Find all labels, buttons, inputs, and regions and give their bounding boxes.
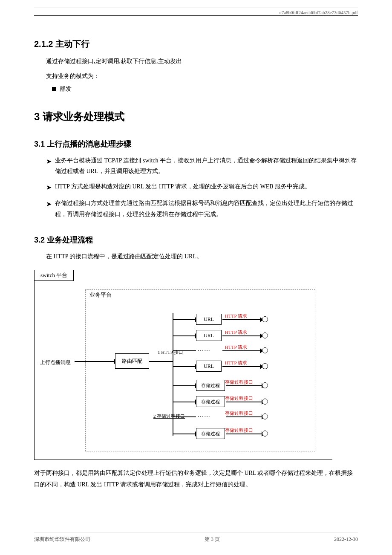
line-router-split	[149, 361, 173, 362]
diagram-area: 业务平台 上行点播消息 路由匹配 1 HTTP	[34, 281, 332, 460]
arrow-item-3: ➤ 存储过程接口方式处理首先通过路由匹配算法根据目标号码和消息内容匹配查找，定位…	[46, 198, 358, 219]
section-212-para2: 支持业务的模式为：	[34, 71, 358, 82]
http-label-4: HTTP 请求	[225, 360, 247, 366]
store-iface-label-2: 存储过程接口	[225, 395, 253, 402]
store-box-4: 存储过程	[196, 428, 225, 439]
hline-dots2	[173, 416, 196, 417]
router-box: 路由匹配	[115, 353, 149, 369]
top-divider	[34, 15, 358, 16]
hline-http2	[222, 335, 261, 336]
arrow-sym-2: ➤	[46, 182, 52, 194]
uplink-label: 上行点播消息	[40, 359, 71, 366]
section-32-para1: 在 HTTP 的接口流程中，是通过路由匹配定位处理的 URL。	[34, 251, 358, 263]
store-iface-label-1: 存储过程接口	[225, 379, 253, 385]
footer-company: 深圳市绚华软件有限公司	[34, 536, 90, 543]
http-label-3: HTTP 请求	[225, 344, 247, 350]
store-label-2: 存储过程	[201, 399, 220, 405]
hline-storeiface4	[226, 434, 262, 434]
page: e7a8b0fdf24aedd6bf7ab28e73d6457b.pdf 2.1…	[0, 0, 392, 555]
content-body: 2.1.2 主动下行 通过存储过程接口,定时调用,获取下行信息,主动发出 支持业…	[34, 38, 358, 491]
footer-page: 第 3 页	[205, 536, 220, 543]
arrow-text-2: HTTP 方式处理是构造对应的 URL 发出 HTTP 请求，处理的业务逻辑在后…	[55, 181, 358, 192]
http-label-1: HTTP 请求	[225, 313, 247, 319]
arrow-item-2: ➤ HTTP 方式处理是构造对应的 URL 发出 HTTP 请求，处理的业务逻辑…	[46, 181, 358, 194]
section-32-title: 3.2 业务处理流程	[34, 235, 358, 245]
biz-label: 业务平台	[89, 291, 112, 299]
filename-text: e7a8b0fdf24aedd6bf7ab28e73d6457b.pdf	[280, 10, 358, 15]
url-box-1: URL	[196, 314, 222, 325]
section-212-title: 2.1.2 主动下行	[34, 38, 358, 50]
hline-http3	[222, 350, 261, 351]
store-box-2: 存储过程	[196, 396, 225, 407]
url-box-4: URL	[196, 361, 222, 372]
hline-http4	[222, 366, 261, 367]
store-label-4: 存储过程	[201, 431, 220, 437]
switch-platform-box: switch 平台	[34, 270, 74, 281]
arrow-sym-3: ➤	[46, 198, 52, 211]
store-iface-label-3: 存储过程接口	[225, 410, 253, 416]
arrow-item-1: ➤ 业务平台模块通过 TCP/IP 连接到 switch 平台，接收到用户上行消…	[46, 155, 358, 176]
hline-store4	[173, 434, 196, 434]
hline-dots1	[173, 350, 196, 351]
section-212-bullets: 群发	[52, 85, 358, 93]
bullet-item-1: 群发	[52, 85, 358, 93]
url-box-2: URL	[196, 330, 222, 341]
vline-store-lower	[173, 361, 173, 436]
iface2-label-text: 2 存储过程接口	[153, 413, 185, 419]
hline-url1	[173, 319, 196, 320]
dots-label-1: ……	[197, 346, 211, 353]
store-label-1: 存储过程	[201, 382, 220, 389]
bullet-label-1: 群发	[60, 85, 72, 93]
url-label-4: URL	[204, 363, 214, 370]
dots-label-2: ……	[197, 412, 211, 419]
store-iface-label-4: 存储过程接口	[225, 427, 253, 434]
footer: 深圳市绚华软件有限公司 第 3 页 2022-12-30	[34, 532, 358, 543]
hline-url2	[173, 335, 196, 336]
section-212-para1: 通过存储过程接口,定时调用,获取下行信息,主动发出	[34, 56, 358, 67]
hline-store1	[173, 385, 196, 386]
hline-url4	[173, 366, 196, 367]
hline-storeiface2	[226, 402, 262, 402]
hline-http1	[222, 319, 261, 320]
arrow-text-3: 存储过程接口方式处理首先通过路由匹配算法根据目标号码和消息内容匹配查找，定位出处…	[55, 198, 358, 219]
section-31-list: ➤ 业务平台模块通过 TCP/IP 连接到 switch 平台，接收到用户上行消…	[46, 155, 358, 220]
section-32-para2: 对于两种接口，都是用路由匹配算法定位处理上行短信的业务逻辑，决定是哪个 URL …	[34, 468, 358, 490]
url-label-1: URL	[204, 316, 214, 323]
section-31-title: 3.1 上行点播的消息处理步骤	[34, 139, 358, 149]
hline-storeiface1	[226, 385, 262, 386]
http-label-2: HTTP 请求	[225, 329, 247, 335]
bullet-icon	[52, 87, 56, 91]
arrow-text-1: 业务平台模块通过 TCP/IP 连接到 switch 平台，接收到用户上行消息，…	[55, 155, 358, 176]
arrow-to-router	[75, 361, 115, 362]
diagram-container: switch 平台 业务平台 上行点播消息 路由匹配	[34, 270, 358, 460]
url-label-2: URL	[204, 332, 214, 339]
section-3-title: 3 请求业务处理模式	[34, 110, 358, 124]
hline-storeiface3	[226, 416, 262, 417]
header-filename: e7a8b0fdf24aedd6bf7ab28e73d6457b.pdf	[34, 8, 358, 15]
switch-label: switch 平台	[40, 272, 67, 278]
store-box-1: 存储过程	[196, 380, 225, 391]
footer-date: 2022-12-30	[334, 536, 358, 543]
arrow-sym-1: ➤	[46, 156, 52, 168]
hline-store2	[173, 402, 196, 402]
router-label: 路由匹配	[122, 358, 142, 365]
